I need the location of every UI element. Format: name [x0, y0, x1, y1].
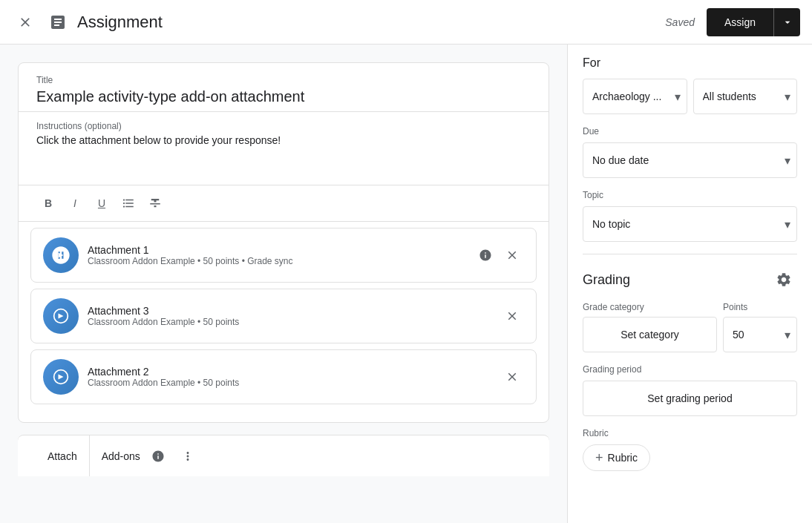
assign-btn-group: Assign: [707, 8, 800, 36]
page-title: Assignment: [77, 13, 665, 32]
due-label: Due: [583, 126, 797, 136]
topic-dropdown[interactable]: No topic ▾: [583, 206, 797, 242]
list-item: Attachment 2 Classroom Addon Example • 5…: [30, 349, 537, 404]
attachments-list: Attachment 1 Classroom Addon Example • 5…: [19, 228, 549, 404]
grading-header: Grading: [583, 266, 797, 293]
attachment-info: Attachment 3 Classroom Addon Example • 5…: [88, 305, 491, 327]
attachment-remove-button[interactable]: [500, 304, 524, 328]
assign-dropdown-button[interactable]: [773, 8, 800, 36]
attachment-actions: [474, 243, 524, 267]
close-button[interactable]: [12, 9, 39, 36]
due-dropdown[interactable]: No due date ▾: [583, 142, 797, 178]
grading-period-label: Grading period: [583, 364, 797, 375]
title-section: Title: [19, 63, 549, 112]
grade-category-row: Grade category Set category Points 50 ▾: [583, 302, 797, 352]
addons-more-button[interactable]: [176, 444, 200, 468]
underline-button[interactable]: U: [90, 191, 114, 215]
rubric-label: Rubric: [583, 428, 797, 438]
attachment-name: Attachment 3: [88, 305, 491, 317]
attachment-actions: [500, 304, 524, 328]
for-dropdowns: Archaeology ... ▾ All students ▾: [583, 79, 797, 114]
attachment-info-button[interactable]: [474, 243, 497, 267]
attachment-info: Attachment 2 Classroom Addon Example • 5…: [88, 366, 491, 388]
for-label: For: [583, 56, 797, 70]
list-item: Attachment 3 Classroom Addon Example • 5…: [30, 289, 537, 343]
points-value: 50: [733, 329, 744, 341]
attachment-name: Attachment 2: [88, 366, 491, 378]
students-dropdown[interactable]: All students ▾: [693, 79, 798, 114]
form-card: Title Instructions (optional) Click the …: [18, 62, 549, 423]
list-item: Attachment 1 Classroom Addon Example • 5…: [30, 228, 537, 283]
attachment-meta: Classroom Addon Example • 50 points: [88, 378, 491, 388]
attachment-meta: Classroom Addon Example • 50 points • Gr…: [88, 256, 465, 266]
bold-button[interactable]: B: [36, 191, 60, 215]
set-grading-period-button[interactable]: Set grading period: [583, 381, 797, 416]
points-dropdown-arrow: ▾: [785, 328, 790, 342]
left-panel: Title Instructions (optional) Click the …: [0, 45, 567, 523]
formatting-toolbar: B I U: [19, 185, 549, 222]
attach-button[interactable]: Attach: [36, 435, 90, 476]
points-label: Points: [723, 302, 797, 312]
main-content: Title Instructions (optional) Click the …: [0, 45, 812, 523]
addons-label: Add-ons: [102, 450, 140, 462]
italic-button[interactable]: I: [63, 191, 87, 215]
attachment-meta: Classroom Addon Example • 50 points: [88, 317, 491, 327]
title-label: Title: [36, 75, 531, 85]
attachment-actions: [500, 365, 524, 389]
points-dropdown[interactable]: 50 ▾: [723, 317, 797, 352]
instructions-section: Instructions (optional) Click the attach…: [19, 112, 549, 185]
set-category-button[interactable]: Set category: [583, 317, 717, 352]
grade-category-label: Grade category: [583, 302, 717, 312]
assign-button[interactable]: Assign: [707, 8, 773, 36]
instructions-label: Instructions (optional): [36, 121, 531, 131]
topic-label: Topic: [583, 190, 797, 200]
points-col: Points 50 ▾: [723, 302, 797, 352]
instructions-text[interactable]: Click the attachment below to provide yo…: [36, 134, 531, 179]
attachment-info: Attachment 1 Classroom Addon Example • 5…: [88, 244, 465, 266]
header: Assignment Saved Assign: [0, 0, 812, 45]
saved-status: Saved: [665, 16, 695, 28]
plus-icon: +: [595, 450, 603, 466]
students-dropdown-arrow: ▾: [785, 90, 790, 104]
grade-category-col: Grade category Set category: [583, 302, 717, 352]
addons-info-button[interactable]: [146, 444, 170, 468]
list-button[interactable]: [117, 191, 140, 215]
class-dropdown-text: Archaeology ...: [592, 91, 672, 102]
attachment-remove-button[interactable]: [500, 365, 524, 389]
attachment-icon: [43, 298, 79, 334]
grading-title: Grading: [583, 272, 630, 288]
due-dropdown-text: No due date: [592, 154, 649, 166]
attachment-name: Attachment 1: [88, 244, 465, 256]
grading-settings-button[interactable]: [770, 266, 797, 293]
attachment-icon: [43, 237, 79, 273]
right-panel: For Archaeology ... ▾ All students ▾ Due…: [567, 45, 812, 523]
topic-dropdown-text: No topic: [592, 218, 630, 230]
topic-dropdown-arrow: ▾: [785, 217, 790, 231]
attachment-icon: [43, 359, 79, 395]
class-dropdown-arrow: ▾: [675, 90, 681, 104]
doc-icon: [45, 9, 71, 36]
addons-button[interactable]: Add-ons: [90, 435, 212, 476]
add-rubric-button[interactable]: + Rubric: [583, 444, 650, 471]
add-rubric-label: Rubric: [608, 452, 638, 464]
strikethrough-button[interactable]: [143, 191, 167, 215]
students-dropdown-text: All students: [703, 91, 782, 102]
due-dropdown-arrow: ▾: [785, 154, 790, 168]
divider: [583, 254, 797, 254]
attachment-remove-button[interactable]: [500, 243, 524, 267]
bottom-bar: Attach Add-ons: [18, 435, 549, 476]
title-input[interactable]: [36, 88, 531, 105]
class-dropdown[interactable]: Archaeology ... ▾: [583, 79, 687, 114]
